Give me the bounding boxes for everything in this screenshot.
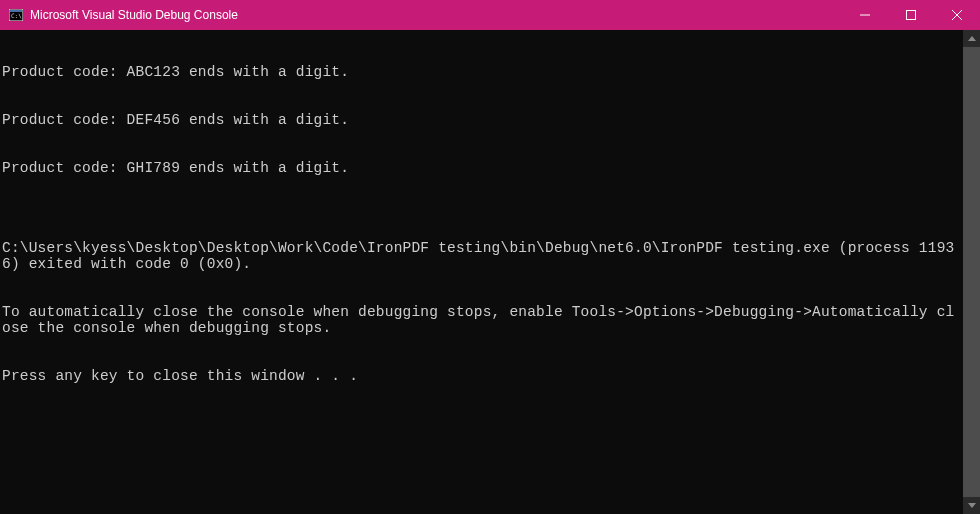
scroll-down-arrow-icon[interactable] <box>963 497 980 514</box>
svg-marker-7 <box>968 36 976 41</box>
console-icon: C:\ <box>8 7 24 23</box>
output-line: Product code: DEF456 ends with a digit. <box>2 112 963 128</box>
scroll-up-arrow-icon[interactable] <box>963 30 980 47</box>
window-title: Microsoft Visual Studio Debug Console <box>30 8 842 22</box>
output-line: C:\Users\kyess\Desktop\Desktop\Work\Code… <box>2 240 963 272</box>
scroll-thumb[interactable] <box>963 47 980 497</box>
svg-marker-8 <box>968 503 976 508</box>
output-line: To automatically close the console when … <box>2 304 963 336</box>
console-output[interactable]: Product code: ABC123 ends with a digit. … <box>0 30 963 514</box>
output-line: Product code: ABC123 ends with a digit. <box>2 64 963 80</box>
output-line: Press any key to close this window . . . <box>2 368 963 384</box>
scroll-track[interactable] <box>963 47 980 497</box>
window-controls <box>842 0 980 30</box>
maximize-button[interactable] <box>888 0 934 30</box>
output-line: Product code: GHI789 ends with a digit. <box>2 160 963 176</box>
svg-text:C:\: C:\ <box>11 12 22 19</box>
svg-rect-4 <box>907 11 916 20</box>
close-button[interactable] <box>934 0 980 30</box>
minimize-button[interactable] <box>842 0 888 30</box>
titlebar[interactable]: C:\ Microsoft Visual Studio Debug Consol… <box>0 0 980 30</box>
vertical-scrollbar[interactable] <box>963 30 980 514</box>
